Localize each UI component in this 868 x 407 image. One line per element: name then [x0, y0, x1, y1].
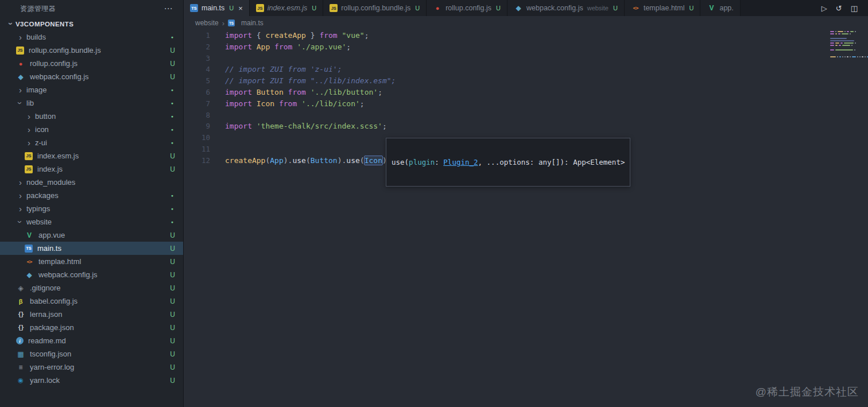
chevron-right-icon: ›: [25, 125, 33, 134]
tree-item[interactable]: ◉ yarn.lock U: [0, 374, 183, 387]
modified-folder-dot: ●: [171, 141, 173, 145]
code-line[interactable]: 2 import App from './app.vue';: [184, 41, 828, 53]
tab-git-status-badge: U: [689, 5, 694, 11]
editor-area: TS main.ts U × JS index.esm.js U JS roll…: [184, 0, 868, 407]
tree-item[interactable]: › website ●: [0, 215, 183, 228]
modified-folder-dot: ●: [171, 88, 173, 92]
code-line[interactable]: 3: [184, 53, 828, 64]
explorer-header: 资源管理器 ⋯: [0, 0, 183, 17]
js-file-icon: JS: [25, 152, 33, 160]
tree-item[interactable]: › icon ●: [0, 123, 183, 136]
code-line[interactable]: 4 // import ZUI from 'z-ui';: [184, 64, 828, 75]
code-line[interactable]: 8: [184, 110, 828, 121]
line-content: // import ZUI from 'z-ui';: [225, 64, 342, 75]
tree-item[interactable]: › builds ●: [0, 30, 183, 44]
chevron-right-icon: ›: [16, 204, 25, 213]
tab-git-status-badge: U: [496, 5, 501, 11]
tree-item-label: packages: [26, 191, 59, 200]
close-icon[interactable]: ×: [238, 4, 243, 13]
tree-item[interactable]: ▦ tsconfig.json U: [0, 347, 183, 361]
tree-item-label: website: [26, 218, 52, 226]
tree-item[interactable]: ◆ webpack.config.js U: [0, 70, 183, 83]
tab[interactable]: V app.: [700, 0, 740, 16]
tree-item[interactable]: ≡ yarn-error.log U: [0, 361, 183, 374]
tsconfig-file-icon: ▦: [16, 350, 25, 359]
tree-item[interactable]: › z-ui ●: [0, 136, 183, 149]
js-file-icon: JS: [25, 165, 33, 173]
tree-item[interactable]: › packages ●: [0, 189, 183, 202]
tree-item-label: icon: [35, 125, 49, 134]
tree-item[interactable]: {} package.json U: [0, 321, 183, 334]
editor-actions: ▷↺◫: [822, 0, 868, 16]
tree-item[interactable]: JS index.esm.js U: [0, 149, 183, 162]
minimap-line: [830, 36, 862, 37]
tree-item[interactable]: i readme.md U: [0, 334, 183, 347]
code-line[interactable]: 1 import { createApp } from "vue";: [184, 30, 828, 41]
git-status-badge: U: [170, 363, 175, 371]
tab[interactable]: JS rollup.config.bundle.js U: [323, 0, 427, 16]
line-number: 6: [184, 87, 210, 98]
history-icon[interactable]: ↺: [836, 4, 842, 13]
tree-item[interactable]: › node_modules: [0, 176, 183, 189]
tree-item-label: index.js: [37, 165, 63, 173]
tree-item[interactable]: › typings ●: [0, 202, 183, 215]
tree-item-label: image: [26, 86, 46, 94]
tree-item[interactable]: › button ●: [0, 110, 183, 123]
chevron-down-icon: ›: [16, 99, 25, 107]
tree-item[interactable]: <> templae.html U: [0, 255, 183, 268]
project-root-row[interactable]: › V3COMPONENTS: [0, 17, 183, 30]
split-editor-button[interactable]: ◫: [851, 4, 858, 13]
tab[interactable]: ● rollup.config.js U: [427, 0, 507, 16]
ts-file-icon: TS: [25, 245, 33, 253]
code-line[interactable]: 5 // import ZUI from "../lib/index.esm";: [184, 75, 828, 87]
tree-item-label: package.json: [30, 323, 74, 332]
tab[interactable]: JS index.esm.js U: [250, 0, 323, 16]
breadcrumb-file[interactable]: main.ts: [241, 19, 264, 27]
line-content: import App from './app.vue';: [225, 41, 351, 53]
tree-item[interactable]: › lib ●: [0, 96, 183, 110]
git-status-badge: U: [170, 258, 175, 266]
line-number: 10: [184, 132, 210, 144]
git-status-badge: U: [170, 311, 175, 319]
code-line[interactable]: 9 import 'theme-chalk/src/index.scss';: [184, 121, 828, 132]
minimap-line: [830, 31, 862, 32]
hover-tooltip-content: use(plugin: Plugin_2, ...options: any[])…: [392, 158, 625, 166]
code-line[interactable]: 7 import Icon from '../lib/icon';: [184, 98, 828, 110]
breadcrumb: website › TS main.ts: [184, 16, 868, 30]
tree-item[interactable]: › image ●: [0, 83, 183, 96]
tree-item[interactable]: V app.vue U: [0, 228, 183, 242]
tab-bar: TS main.ts U × JS index.esm.js U JS roll…: [184, 0, 868, 16]
tree-item-label: yarn-error.log: [30, 363, 74, 371]
tree-item[interactable]: {} lerna.json U: [0, 308, 183, 321]
info-file-icon: i: [16, 337, 24, 344]
minimap[interactable]: [830, 31, 862, 59]
tree-item[interactable]: TS main.ts U: [0, 242, 183, 255]
json-file-icon: {}: [16, 310, 25, 319]
tree-item[interactable]: ● rollup.config.js U: [0, 57, 183, 70]
tab[interactable]: <> templae.html U: [625, 0, 701, 16]
breadcrumb-folder[interactable]: website: [195, 19, 219, 27]
code-line[interactable]: 6 import Button from '../lib/button';: [184, 87, 828, 98]
tab[interactable]: ◆ webpack.config.js website U: [507, 0, 625, 16]
watermark: @稀土掘金技术社区: [755, 385, 859, 400]
html-file-icon: <>: [25, 257, 34, 266]
html-file-icon: <>: [631, 3, 640, 13]
tree-item[interactable]: ◈ .gitignore U: [0, 281, 183, 294]
tree-item[interactable]: β babel.config.js U: [0, 294, 183, 308]
tree-item[interactable]: JS rollup.config.bundle.js U: [0, 44, 183, 57]
minimap-line: [830, 40, 862, 41]
line-number: 3: [184, 53, 210, 64]
git-status-badge: U: [170, 350, 175, 358]
log-file-icon: ≡: [16, 363, 25, 372]
line-number: 8: [184, 110, 210, 121]
modified-folder-dot: ●: [171, 193, 173, 197]
run-button[interactable]: ▷: [822, 4, 827, 13]
git-status-badge: U: [170, 377, 175, 385]
tab[interactable]: TS main.ts U ×: [184, 0, 250, 16]
tab-git-status-badge: U: [229, 5, 234, 11]
tree-item[interactable]: JS index.js U: [0, 162, 183, 176]
code-editor[interactable]: 1 import { createApp } from "vue"; 2 imp…: [184, 30, 828, 407]
minimap-line: [830, 49, 862, 51]
more-actions-icon[interactable]: ⋯: [164, 3, 173, 14]
tree-item[interactable]: ◆ webpack.config.js U: [0, 268, 183, 281]
